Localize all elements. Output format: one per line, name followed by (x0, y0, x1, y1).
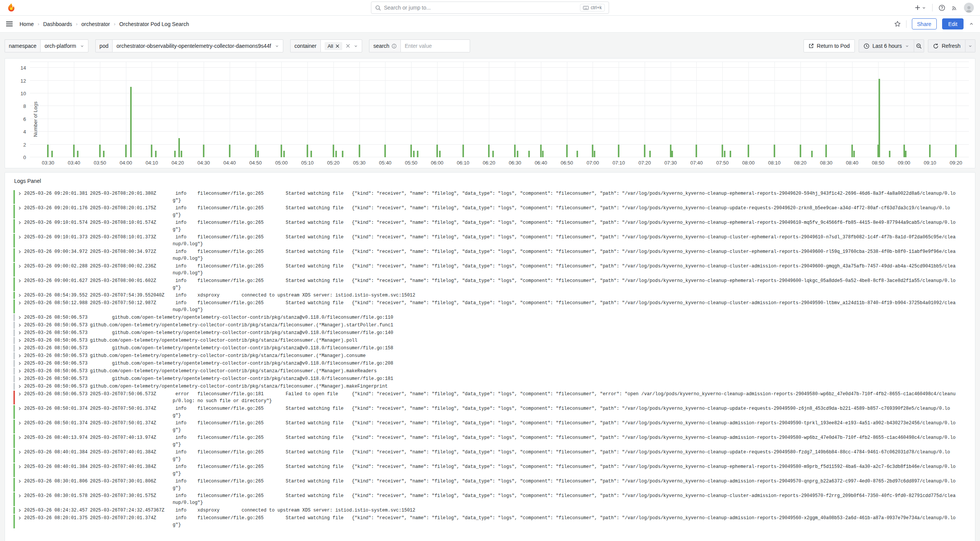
expand-row-icon[interactable] (15, 263, 24, 270)
pod-select[interactable]: orchestrator-observability-opentelemetry… (112, 39, 283, 52)
log-row[interactable]: 2025-03-26 08:50:06.573github.com/open-t… (13, 352, 970, 359)
log-volume-bar[interactable] (879, 79, 880, 157)
log-row[interactable]: 2025-03-26 08:30:01.5782025-03-26T07:30:… (13, 492, 970, 506)
expand-row-icon[interactable] (15, 463, 24, 470)
log-volume-bar[interactable] (130, 87, 132, 157)
log-volume-bar[interactable] (283, 151, 285, 157)
log-volume-bar[interactable] (774, 145, 775, 157)
share-button[interactable]: Share (912, 18, 937, 29)
expand-row-icon[interactable] (15, 434, 24, 441)
log-volume-bar[interactable] (410, 145, 412, 157)
expand-row-icon[interactable] (15, 391, 24, 398)
expand-row-icon[interactable] (15, 190, 24, 197)
log-row[interactable]: 2025-03-26 08:50:12.9882025-03-26T07:50:… (13, 300, 970, 313)
log-row[interactable]: 2025-03-26 08:50:06.573 github.com/open-… (13, 375, 970, 382)
log-volume-bar[interactable] (417, 151, 418, 157)
expand-row-icon[interactable] (15, 420, 24, 427)
log-row[interactable]: 2025-03-26 08:30:01.8062025-03-26T07:30:… (13, 478, 970, 492)
expand-row-icon[interactable] (15, 449, 24, 456)
log-row[interactable]: 2025-03-26 08:20:01.3752025-03-26T07:20:… (13, 515, 970, 528)
log-volume-bar[interactable] (47, 145, 49, 157)
search-input[interactable] (384, 5, 577, 11)
refresh-button[interactable]: Refresh (928, 39, 965, 52)
refresh-interval-button[interactable] (965, 39, 975, 52)
log-volume-bar[interactable] (307, 145, 308, 157)
log-row[interactable]: 2025-03-26 08:50:01.3742025-03-26T07:50:… (13, 405, 970, 419)
log-volume-bar[interactable] (722, 145, 723, 157)
log-row[interactable]: 2025-03-26 08:50:06.5732025-03-26T07:50:… (13, 391, 970, 404)
expand-row-icon[interactable] (15, 383, 24, 390)
log-volume-bar[interactable] (696, 145, 697, 157)
log-volume-bar[interactable] (77, 151, 78, 157)
expand-row-icon[interactable] (15, 492, 24, 499)
log-volume-bar[interactable] (151, 145, 152, 157)
return-to-pod-button[interactable]: Return to Pod (804, 39, 855, 52)
log-row[interactable]: 2025-03-26 08:40:01.3842025-03-26T07:40:… (13, 463, 970, 477)
edit-button[interactable]: Edit (942, 18, 964, 29)
container-select[interactable]: All (320, 39, 362, 52)
search-filter-input[interactable] (405, 43, 466, 49)
log-volume-bar[interactable] (178, 138, 180, 157)
log-volume-bar[interactable] (853, 151, 855, 157)
log-volume-bar[interactable] (542, 151, 544, 157)
log-volume-bar[interactable] (51, 151, 53, 157)
log-volume-bar[interactable] (462, 145, 464, 157)
log-row[interactable]: 2025-03-26 09:10:01.3732025-03-26T08:10:… (13, 234, 970, 248)
time-range-button[interactable]: Last 6 hours (859, 39, 914, 52)
expand-row-icon[interactable] (15, 368, 24, 375)
log-volume-bar[interactable] (649, 151, 651, 157)
remove-value-icon[interactable] (336, 44, 339, 48)
log-row[interactable]: 2025-03-26 09:10:01.5742025-03-26T08:10:… (13, 219, 970, 233)
log-volume-bar[interactable] (310, 151, 312, 157)
container-value-chip[interactable]: All (325, 42, 342, 50)
log-volume-bar[interactable] (492, 151, 494, 157)
menu-toggle-button[interactable] (6, 21, 13, 27)
favorite-star-button[interactable] (894, 21, 901, 27)
expand-row-icon[interactable] (15, 352, 24, 359)
log-volume-bar[interactable] (413, 151, 415, 157)
log-volume-bar[interactable] (333, 145, 334, 157)
log-row[interactable]: 2025-03-26 08:50:06.573github.com/open-t… (13, 337, 970, 344)
log-volume-bar[interactable] (439, 151, 441, 157)
log-volume-bar[interactable] (342, 151, 343, 157)
log-volume-bar[interactable] (955, 145, 957, 157)
namespace-select[interactable]: orch-platform (40, 39, 88, 52)
expand-row-icon[interactable] (15, 405, 24, 412)
log-volume-bar[interactable] (540, 145, 542, 157)
search-filter-input-box[interactable] (400, 39, 470, 52)
log-row[interactable]: 2025-03-26 08:50:01.3742025-03-26T07:50:… (13, 420, 970, 433)
log-volume-bar[interactable] (889, 151, 890, 157)
log-volume-bar[interactable] (903, 145, 905, 157)
new-menu-button[interactable] (915, 5, 926, 11)
log-row[interactable]: 2025-03-26 09:00:34.9722025-03-26T08:00:… (13, 248, 970, 262)
log-row[interactable]: 2025-03-26 08:50:06.573github.com/open-t… (13, 368, 970, 375)
breadcrumb-home[interactable]: Home (20, 21, 34, 27)
grafana-logo[interactable] (6, 3, 16, 13)
log-row[interactable]: 2025-03-26 08:24:32.4572025-03-26T07:24:… (13, 507, 970, 514)
log-volume-bar[interactable] (203, 145, 204, 157)
log-volume-bar[interactable] (125, 145, 127, 157)
log-volume-bar[interactable] (73, 145, 75, 157)
log-volume-bar[interactable] (488, 145, 490, 157)
log-volume-bar[interactable] (670, 145, 671, 157)
log-row[interactable]: 2025-03-26 09:00:01.6272025-03-26T08:00:… (13, 277, 970, 291)
log-row[interactable]: 2025-03-26 08:50:06.573 github.com/open-… (13, 329, 970, 336)
log-volume-bar[interactable] (748, 145, 749, 157)
breadcrumb-folder[interactable]: orchestrator (82, 21, 110, 27)
log-volume-bar[interactable] (281, 145, 282, 157)
log-volume-bar[interactable] (618, 145, 619, 157)
log-row[interactable]: 2025-03-26 08:54:39.5522025-03-26T07:54:… (13, 292, 970, 299)
expand-row-icon[interactable] (15, 337, 24, 344)
expand-row-icon[interactable] (15, 234, 24, 241)
log-volume-bar[interactable] (905, 151, 906, 157)
expand-row-icon[interactable] (15, 515, 24, 521)
expand-row-icon[interactable] (15, 360, 24, 367)
expand-row-icon[interactable] (15, 345, 24, 352)
log-volume-bar[interactable] (724, 151, 725, 157)
expand-row-icon[interactable] (15, 322, 24, 329)
log-volume-bar[interactable] (257, 151, 259, 157)
log-row[interactable]: 2025-03-26 08:50:06.573github.com/open-t… (13, 322, 970, 329)
log-row[interactable]: 2025-03-26 08:50:06.573github.com/open-t… (13, 383, 970, 390)
log-volume-bar[interactable] (730, 151, 731, 157)
log-volume-bar[interactable] (103, 151, 105, 157)
